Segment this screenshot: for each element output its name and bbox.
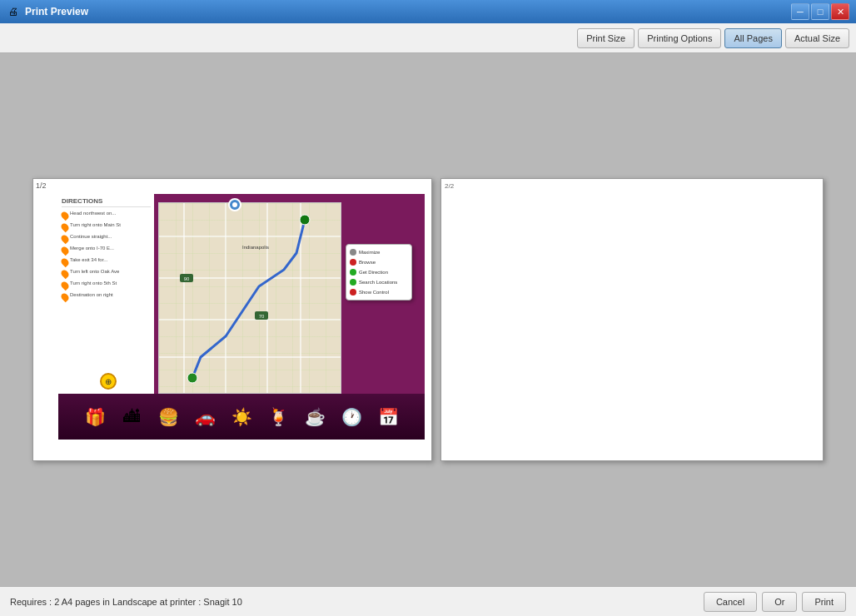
ctx-label: Search Locations (359, 280, 397, 285)
direction-pin (60, 222, 71, 233)
dock-icon-clock[interactable]: 🕐 (336, 402, 366, 432)
page-1-number: 1/2 (36, 181, 47, 190)
map-area: 90 70 Indianapolis (158, 202, 341, 394)
direction-pin (60, 257, 71, 268)
print-size-button[interactable]: Print Size (577, 28, 635, 48)
direction-item: Turn left onto Oak Ave (62, 269, 151, 278)
pin-center (232, 202, 237, 207)
direction-text: Turn right onto Main St (70, 222, 121, 229)
direction-text: Continue straight... (70, 234, 112, 241)
dock-icon-car[interactable]: 🚗 (190, 402, 220, 432)
direction-item: Take exit 34 for... (62, 257, 151, 266)
status-buttons: Cancel Or Print (704, 592, 846, 612)
dock-icon-coffee[interactable]: ☕ (300, 402, 330, 432)
minimize-button[interactable]: ─ (791, 3, 809, 20)
map-background: 90 70 Indianapolis (159, 203, 341, 393)
cancel-button[interactable]: Cancel (704, 592, 757, 612)
page-2: 2/2 (440, 178, 824, 461)
direction-text: Merge onto I-70 E... (70, 246, 114, 252)
svg-point-8 (187, 373, 197, 383)
preview-area: 1/2 DIRECTIONS Head northwest on... Turn… (0, 53, 856, 586)
ctx-label: Maximize (359, 250, 380, 255)
direction-pin (60, 281, 71, 291)
or-button: Or (762, 592, 797, 612)
directions-title: DIRECTIONS (62, 197, 151, 207)
restore-button[interactable]: □ (811, 3, 829, 20)
ctx-icon (350, 289, 356, 296)
action-button[interactable]: ⊕ (100, 373, 117, 390)
map-svg: 90 70 Indianapolis (159, 203, 341, 393)
status-bar: Requires : 2 A4 pages in Landscape at pr… (0, 586, 856, 616)
printing-options-button[interactable]: Printing Options (638, 28, 721, 48)
map-logo-pin (228, 198, 241, 211)
svg-text:70: 70 (259, 314, 265, 319)
close-button[interactable]: ✕ (831, 3, 849, 20)
dock-icon-drinks[interactable]: 🍹 (263, 402, 293, 432)
direction-item: Merge onto I-70 E... (62, 246, 151, 255)
ctx-label: Browse (359, 260, 376, 265)
direction-pin (60, 246, 71, 256)
ctx-icon (350, 269, 356, 276)
svg-text:Indianapolis: Indianapolis (242, 245, 269, 250)
window-icon: 🖨 (7, 5, 20, 18)
ctx-icon (350, 279, 356, 286)
title-bar: 🖨 Print Preview ─ □ ✕ (0, 0, 856, 23)
direction-text: Turn right onto 5th St (70, 281, 117, 287)
ctx-show-control[interactable]: Show Control (346, 287, 411, 297)
direction-text: Destination on right (70, 292, 113, 299)
ctx-maximize[interactable]: Maximize (346, 247, 411, 257)
all-pages-button[interactable]: All Pages (724, 28, 781, 48)
ctx-icon (350, 249, 356, 256)
window-controls: ─ □ ✕ (791, 3, 849, 20)
direction-pin (60, 269, 71, 280)
toolbar: Print Size Printing Options All Pages Ac… (0, 23, 856, 53)
direction-text: Head northwest on... (70, 211, 116, 217)
direction-pin (60, 292, 71, 303)
context-menu: Maximize Browse Get Direction Searc (346, 244, 412, 301)
window-title: Print Preview (25, 6, 791, 17)
status-text: Requires : 2 A4 pages in Landscape at pr… (10, 597, 704, 607)
direction-item: Turn right onto 5th St (62, 281, 151, 290)
ctx-get-direction[interactable]: Get Direction (346, 267, 411, 277)
print-button[interactable]: Print (802, 592, 846, 612)
ctx-icon (350, 259, 356, 266)
actual-size-button[interactable]: Actual Size (785, 28, 849, 48)
ctx-label: Show Control (359, 290, 389, 295)
direction-item: Destination on right (62, 292, 151, 301)
app-screenshot: DIRECTIONS Head northwest on... Turn rig… (58, 194, 425, 440)
dock-icon-gift[interactable]: 🎁 (80, 402, 110, 432)
dock-icon-calendar[interactable]: 📅 (373, 402, 403, 432)
pages-container: 1/2 DIRECTIONS Head northwest on... Turn… (32, 178, 824, 461)
ctx-search-locations[interactable]: Search Locations (346, 277, 411, 287)
svg-point-9 (300, 215, 310, 225)
dock-icon-city[interactable]: 🏙 (117, 402, 147, 432)
ctx-label: Get Direction (359, 270, 388, 275)
direction-item: Head northwest on... (62, 211, 151, 220)
dock-icon-sun[interactable]: ☀️ (226, 402, 256, 432)
dock-bar: 🎁 🏙 🍔 🚗 ☀️ 🍹 ☕ 🕐 📅 (58, 394, 425, 440)
direction-item: Continue straight... (62, 234, 151, 243)
page-1-content: 1/2 DIRECTIONS Head northwest on... Turn… (33, 179, 431, 460)
ctx-browse[interactable]: Browse (346, 257, 411, 267)
direction-pin (60, 234, 71, 245)
page-1: 1/2 DIRECTIONS Head northwest on... Turn… (32, 178, 432, 461)
direction-pin (60, 211, 71, 221)
direction-text: Take exit 34 for... (70, 257, 107, 264)
direction-item: Turn right onto Main St (62, 222, 151, 231)
page-2-number: 2/2 (441, 179, 823, 193)
dock-icon-food[interactable]: 🍔 (153, 402, 183, 432)
svg-text:90: 90 (184, 276, 190, 281)
direction-text: Turn left onto Oak Ave (70, 269, 119, 276)
